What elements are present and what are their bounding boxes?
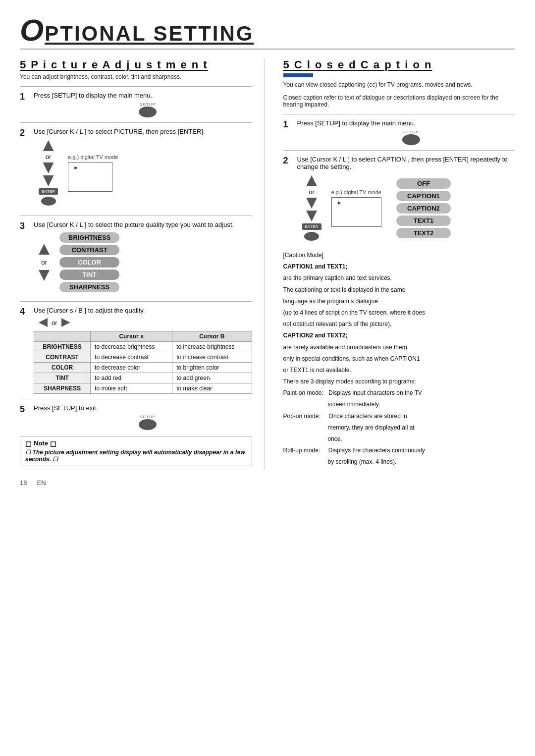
caption-caption2: CAPTION2 xyxy=(396,203,451,214)
left-step3: 3 Use [Cursor K / L ] to select the pict… xyxy=(20,221,252,296)
left-step2: 2 Use [Cursor K / L ] to select PICTURE,… xyxy=(20,128,252,211)
down-arrow3-icon xyxy=(39,270,50,281)
table-cell-color-b: to brighten color xyxy=(172,363,252,373)
caption-up-to-4: (up to 4 lines of script on the TV scree… xyxy=(283,308,516,318)
note-icon: ☐ xyxy=(25,440,32,448)
left-or-text: or xyxy=(46,153,52,161)
page-lang: EN xyxy=(37,479,46,486)
caption-mode-title: [Caption Mode] xyxy=(283,251,516,260)
right-remote-area: or ENTER e.g.) digital TV mode ► OFF xyxy=(302,174,516,242)
quality-contrast: CONTRAST xyxy=(59,245,119,255)
left-step2-remote: or ENTER e.g.) digital TV mode ► xyxy=(39,139,252,207)
table-row: SHARPNESS to make soft to make clear xyxy=(34,383,252,394)
caption-rarely: are rarely available and broadcasters us… xyxy=(283,343,516,352)
left-step2-content: Use [Cursor K / L ] to select PICTURE, t… xyxy=(34,128,252,211)
caption-off: OFF xyxy=(396,178,451,189)
caption-pop-on-3: once. xyxy=(283,434,516,444)
table-cell-sharpness-b: to make clear xyxy=(172,383,252,394)
table-header-cursors: Cursor s xyxy=(91,331,172,342)
left-step1-num: 1 xyxy=(20,92,29,117)
note-title-row: ☐ Note ☐ xyxy=(25,439,247,449)
caption-caption1-header: CAPTION1 and TEXT1; xyxy=(283,262,516,271)
menu-arrow-icon: ► xyxy=(73,164,79,170)
left-step1: 1 Press [SETUP] to display the main menu… xyxy=(20,92,252,117)
down-arrow2-icon xyxy=(43,175,54,186)
table-cell-tint-s: to add red xyxy=(91,373,172,383)
left-step2-num: 2 xyxy=(20,128,29,211)
note-box: ☐ Note ☐ ☐ The picture adjustment settin… xyxy=(20,436,252,466)
up-arrow-icon xyxy=(43,140,54,151)
right-subtitle2: Closed caption refer to text of dialogue… xyxy=(283,94,516,108)
right-up-arrow-icon xyxy=(306,175,317,186)
left-step1-text: Press [SETUP] to display the main menu. xyxy=(34,92,252,99)
quality-brightness: BRIGHTNESS xyxy=(59,232,119,243)
quality-tint: TINT xyxy=(59,270,119,280)
note-title: Note xyxy=(34,439,48,447)
left-step1-content: Press [SETUP] to display the main menu. … xyxy=(34,92,252,117)
table-cell-color-s: to decrease color xyxy=(91,363,172,373)
right-down-arrow-icon xyxy=(306,198,317,209)
caption-pop-on: Pop-on mode: Once characters are stored … xyxy=(283,412,516,421)
left-or4-text: or xyxy=(52,319,57,326)
page-header: O PTIONAL SETTING xyxy=(20,15,515,50)
note-icon3: ☐ xyxy=(25,449,31,456)
page-footer: 18 EN xyxy=(20,479,515,486)
caption-3-modes: There are 3 display modes according to p… xyxy=(283,377,516,386)
table-cell-brightness-s: to decrease brightness xyxy=(91,342,172,352)
left-step5-text: Press [SETUP] to exit. xyxy=(34,404,252,412)
table-cell-sharpness-label: SHARPNESS xyxy=(34,383,91,394)
note-text: ☐ The picture adjustment setting display… xyxy=(25,449,247,463)
right-eg-label: e.g.) digital TV mode xyxy=(331,189,381,195)
left-step4-num: 4 xyxy=(20,307,29,394)
left-step4-text: Use [Cursor s / B ] to adjust the qualit… xyxy=(34,307,252,314)
left-step3-num: 3 xyxy=(20,221,29,296)
left-section-subtitle: You can adjust brightness, contrast, col… xyxy=(20,73,252,80)
note-icon2: ☐ xyxy=(50,440,56,448)
right-enter-label: ENTER xyxy=(302,223,321,230)
adjust-table: Cursor s Cursor B BRIGHTNESS to decrease… xyxy=(34,331,252,394)
blue-accent-bar xyxy=(283,73,313,77)
caption-text1: TEXT1 xyxy=(396,216,451,226)
left-step3-content: Use [Cursor K / L ] to select the pictur… xyxy=(34,221,252,296)
left-quality-area: or BRIGHTNESS CONTRAST COLOR TINT SHARPN… xyxy=(39,232,252,292)
caption-roll-up: Roll-up mode: Displays the characters co… xyxy=(283,446,516,455)
table-row: BRIGHTNESS to decrease brightness to inc… xyxy=(34,342,252,352)
main-content: 5 P i c t u r e A d j u s t m e n t You … xyxy=(20,58,515,469)
left-step3-text: Use [Cursor K / L ] to select the pictur… xyxy=(34,221,252,228)
table-cell-tint-b: to add green xyxy=(172,373,252,383)
table-header-cursorb: Cursor B xyxy=(172,331,252,342)
right-setup-label: SETUP xyxy=(403,130,419,134)
caption-text2: TEXT2 xyxy=(396,228,451,238)
right-step2-num: 2 xyxy=(283,156,292,246)
table-cell-brightness-label: BRIGHTNESS xyxy=(34,342,91,352)
left-adjust-arrows: or xyxy=(39,317,252,328)
right-section-title: 5 C l o s e d C a p t i o n xyxy=(283,58,516,71)
left-menu-box: ► xyxy=(68,162,112,192)
down-arrow-icon xyxy=(43,162,54,173)
left-setup2-label: SETUP xyxy=(140,415,156,419)
caption-special: only in special conditions, such as when… xyxy=(283,354,516,364)
left-menu-area: e.g.) digital TV mode ► xyxy=(68,154,118,192)
table-row: CONTRAST to decrease contrast to increas… xyxy=(34,352,252,363)
caption-same-language: The captioning or text is displayed in t… xyxy=(283,285,516,295)
quality-color: COLOR xyxy=(59,257,119,268)
left-step4: 4 Use [Cursor s / B ] to adjust the qual… xyxy=(20,307,252,394)
table-cell-contrast-b: to increase contrast xyxy=(172,352,252,363)
right-setup-button-area: SETUP xyxy=(307,130,516,145)
caption-not-obstruct: not obstruct relevant parts of the pictu… xyxy=(283,320,516,329)
left-quality-arrows: or xyxy=(39,243,50,282)
table-cell-contrast-label: CONTRAST xyxy=(34,352,91,363)
left-setup-button-area: SETUP xyxy=(44,102,252,117)
right-step1-content: Press [SETUP] to display the main menu. … xyxy=(297,119,516,145)
quality-sharpness: SHARPNESS xyxy=(59,282,119,292)
right-column: 5 C l o s e d C a p t i o n You can view… xyxy=(279,58,516,469)
table-cell-brightness-b: to increase brightness xyxy=(172,342,252,352)
right-step1: 1 Press [SETUP] to display the main menu… xyxy=(283,119,516,145)
enter-label: ENTER xyxy=(39,188,58,195)
up-arrow3-icon xyxy=(39,244,50,255)
oval-button xyxy=(41,197,56,206)
left-setup-label: SETUP xyxy=(140,102,156,107)
header-o-letter: O xyxy=(20,13,44,47)
left-section-title: 5 P i c t u r e A d j u s t m e n t xyxy=(20,58,252,71)
left-setup-oval xyxy=(139,107,157,117)
